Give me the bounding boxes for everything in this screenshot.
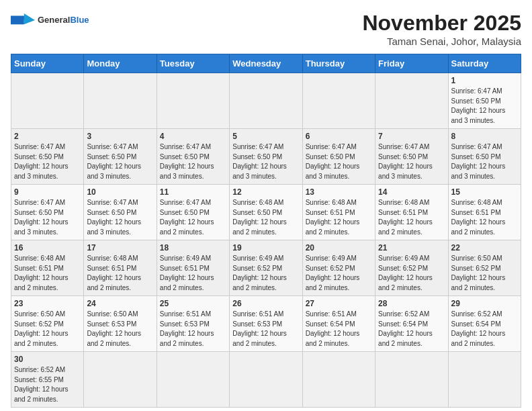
calendar-day-cell: 18Sunrise: 6:49 AM Sunset: 6:51 PM Dayli… [157,240,229,296]
calendar-day-cell: 1Sunrise: 6:47 AM Sunset: 6:50 PM Daylig… [448,73,521,129]
calendar-day-cell: 15Sunrise: 6:48 AM Sunset: 6:51 PM Dayli… [448,185,521,240]
calendar-day-cell: 5Sunrise: 6:47 AM Sunset: 6:50 PM Daylig… [230,129,302,185]
logo: GeneralBlue [11,11,89,30]
day-info: Sunrise: 6:48 AM Sunset: 6:51 PM Dayligh… [14,254,81,293]
day-info: Sunrise: 6:51 AM Sunset: 6:53 PM Dayligh… [160,310,226,349]
calendar-day-cell [375,352,448,408]
day-number: 3 [87,132,153,141]
logo-icon [11,11,35,30]
day-info: Sunrise: 6:49 AM Sunset: 6:52 PM Dayligh… [378,254,445,293]
logo-general: General [38,15,70,25]
day-info: Sunrise: 6:51 AM Sunset: 6:54 PM Dayligh… [306,310,372,349]
calendar-day-cell [157,352,229,408]
day-number: 28 [378,299,445,308]
calendar-day-cell [157,73,229,129]
day-number: 6 [306,132,372,141]
weekday-header-saturday: Saturday [448,54,521,73]
calendar-day-cell: 2Sunrise: 6:47 AM Sunset: 6:50 PM Daylig… [11,129,84,185]
calendar-day-cell: 27Sunrise: 6:51 AM Sunset: 6:54 PM Dayli… [302,296,375,352]
calendar-day-cell: 12Sunrise: 6:48 AM Sunset: 6:50 PM Dayli… [230,185,302,240]
day-number: 12 [232,187,299,197]
calendar-week-row: 23Sunrise: 6:50 AM Sunset: 6:52 PM Dayli… [11,296,521,352]
day-info: Sunrise: 6:48 AM Sunset: 6:51 PM Dayligh… [306,198,372,237]
day-info: Sunrise: 6:47 AM Sunset: 6:50 PM Dayligh… [451,87,518,126]
day-number: 1 [451,76,518,85]
calendar-day-cell: 19Sunrise: 6:49 AM Sunset: 6:52 PM Dayli… [230,240,302,296]
day-info: Sunrise: 6:48 AM Sunset: 6:51 PM Dayligh… [378,198,445,237]
day-number: 16 [14,243,81,253]
calendar-day-cell: 14Sunrise: 6:48 AM Sunset: 6:51 PM Dayli… [375,185,448,240]
day-info: Sunrise: 6:47 AM Sunset: 6:50 PM Dayligh… [378,142,445,181]
calendar-day-cell [230,352,302,408]
day-number: 25 [160,299,226,308]
calendar-day-cell: 7Sunrise: 6:47 AM Sunset: 6:50 PM Daylig… [375,129,448,185]
calendar-day-cell: 16Sunrise: 6:48 AM Sunset: 6:51 PM Dayli… [11,240,84,296]
calendar-week-row: 1Sunrise: 6:47 AM Sunset: 6:50 PM Daylig… [11,73,521,129]
calendar-day-cell: 29Sunrise: 6:52 AM Sunset: 6:54 PM Dayli… [448,296,521,352]
weekday-header-monday: Monday [84,54,157,73]
day-info: Sunrise: 6:50 AM Sunset: 6:52 PM Dayligh… [451,254,518,293]
calendar-day-cell [230,73,302,129]
weekday-header-thursday: Thursday [302,54,375,73]
weekday-header-wednesday: Wednesday [230,54,302,73]
calendar-day-cell: 24Sunrise: 6:50 AM Sunset: 6:53 PM Dayli… [84,296,157,352]
weekday-header-friday: Friday [375,54,448,73]
calendar-week-row: 30Sunrise: 6:52 AM Sunset: 6:55 PM Dayli… [11,352,521,408]
day-info: Sunrise: 6:49 AM Sunset: 6:52 PM Dayligh… [232,254,299,293]
day-number: 23 [14,299,81,308]
day-info: Sunrise: 6:48 AM Sunset: 6:50 PM Dayligh… [232,198,299,237]
calendar-day-cell: 20Sunrise: 6:49 AM Sunset: 6:52 PM Dayli… [302,240,375,296]
day-info: Sunrise: 6:47 AM Sunset: 6:50 PM Dayligh… [87,142,153,181]
day-number: 22 [451,243,518,253]
calendar-day-cell: 10Sunrise: 6:47 AM Sunset: 6:50 PM Dayli… [84,185,157,240]
calendar-header-row: SundayMondayTuesdayWednesdayThursdayFrid… [11,54,521,73]
title-area: November 2025 Taman Senai, Johor, Malays… [362,11,521,47]
calendar-day-cell: 4Sunrise: 6:47 AM Sunset: 6:50 PM Daylig… [157,129,229,185]
day-info: Sunrise: 6:47 AM Sunset: 6:50 PM Dayligh… [232,142,299,181]
day-info: Sunrise: 6:47 AM Sunset: 6:50 PM Dayligh… [451,142,518,181]
day-number: 4 [160,132,226,141]
day-number: 14 [378,187,445,197]
calendar-week-row: 9Sunrise: 6:47 AM Sunset: 6:50 PM Daylig… [11,185,521,240]
day-info: Sunrise: 6:49 AM Sunset: 6:51 PM Dayligh… [160,254,226,293]
day-number: 21 [378,243,445,253]
day-number: 13 [306,187,372,197]
calendar-table: SundayMondayTuesdayWednesdayThursdayFrid… [11,54,521,408]
calendar-day-cell [11,73,84,129]
day-number: 24 [87,299,153,308]
day-number: 20 [306,243,372,253]
month-year-title: November 2025 [362,11,521,36]
day-number: 5 [232,132,299,141]
calendar-day-cell: 30Sunrise: 6:52 AM Sunset: 6:55 PM Dayli… [11,352,84,408]
calendar-day-cell: 3Sunrise: 6:47 AM Sunset: 6:50 PM Daylig… [84,129,157,185]
day-info: Sunrise: 6:47 AM Sunset: 6:50 PM Dayligh… [160,142,226,181]
calendar-day-cell [84,73,157,129]
calendar-day-cell: 11Sunrise: 6:47 AM Sunset: 6:50 PM Dayli… [157,185,229,240]
day-info: Sunrise: 6:48 AM Sunset: 6:51 PM Dayligh… [451,198,518,237]
weekday-header-tuesday: Tuesday [157,54,229,73]
calendar-day-cell: 9Sunrise: 6:47 AM Sunset: 6:50 PM Daylig… [11,185,84,240]
calendar-day-cell: 22Sunrise: 6:50 AM Sunset: 6:52 PM Dayli… [448,240,521,296]
day-info: Sunrise: 6:49 AM Sunset: 6:52 PM Dayligh… [306,254,372,293]
calendar-week-row: 2Sunrise: 6:47 AM Sunset: 6:50 PM Daylig… [11,129,521,185]
calendar-day-cell [302,352,375,408]
calendar-day-cell [375,73,448,129]
day-number: 30 [14,355,81,364]
day-info: Sunrise: 6:50 AM Sunset: 6:53 PM Dayligh… [87,310,153,349]
day-number: 27 [306,299,372,308]
day-number: 7 [378,132,445,141]
location-subtitle: Taman Senai, Johor, Malaysia [362,36,521,47]
day-number: 29 [451,299,518,308]
day-info: Sunrise: 6:51 AM Sunset: 6:53 PM Dayligh… [232,310,299,349]
day-number: 17 [87,243,153,253]
day-number: 2 [14,132,81,141]
day-number: 15 [451,187,518,197]
calendar-day-cell: 23Sunrise: 6:50 AM Sunset: 6:52 PM Dayli… [11,296,84,352]
day-number: 10 [87,187,153,197]
weekday-header-sunday: Sunday [11,54,84,73]
day-info: Sunrise: 6:47 AM Sunset: 6:50 PM Dayligh… [160,198,226,237]
day-number: 26 [232,299,299,308]
logo-blue: Blue [70,15,89,25]
day-info: Sunrise: 6:50 AM Sunset: 6:52 PM Dayligh… [14,310,81,349]
calendar-day-cell: 26Sunrise: 6:51 AM Sunset: 6:53 PM Dayli… [230,296,302,352]
